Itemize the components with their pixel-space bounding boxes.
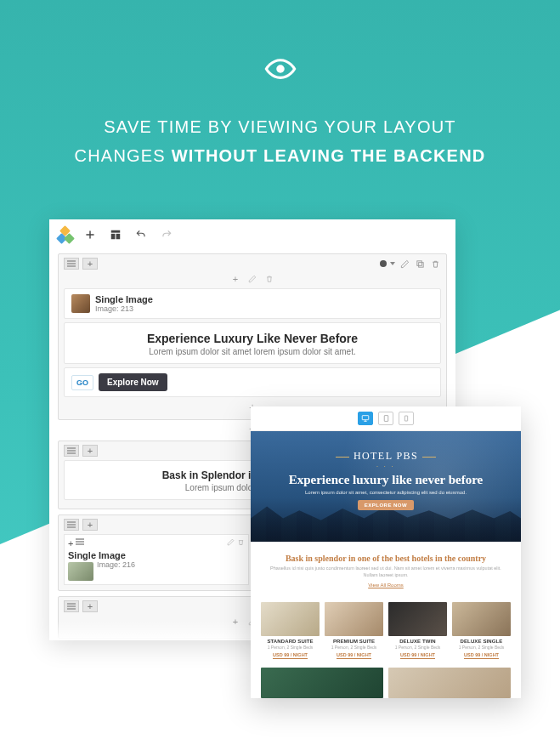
image-element[interactable]: Single Image Image: 213 <box>64 288 441 319</box>
headline-line2a: CHANGES <box>75 146 172 165</box>
svg-rect-7 <box>384 416 388 422</box>
redo-button[interactable] <box>158 226 175 243</box>
eye-icon <box>264 53 297 85</box>
room-price: USD 99 / NIGHT <box>464 652 499 659</box>
room-card[interactable]: PREMIUM SUITE 1 Person, 2 Single Beds US… <box>325 602 383 659</box>
preview-hero: HOTEL PBS · · · Experience luxury like n… <box>251 431 521 542</box>
room-card[interactable]: DELUXE TWIN 1 Person, 2 Single Beds USD … <box>388 602 447 659</box>
col-add-icon[interactable]: + <box>68 538 73 549</box>
edit-icon[interactable] <box>399 258 410 270</box>
tablet-tab[interactable] <box>378 412 393 425</box>
room-sub: 1 Person, 2 Single Beds <box>325 645 383 650</box>
hero-title: Experience luxury like never before <box>251 473 521 487</box>
room-photo <box>452 602 511 636</box>
inner-delete-icon[interactable] <box>263 273 275 285</box>
copy-icon[interactable] <box>414 258 426 270</box>
undo-button[interactable] <box>133 226 150 243</box>
status-dot-icon <box>380 260 387 267</box>
go-badge: GO <box>71 375 93 390</box>
builder-logo-icon <box>58 227 73 242</box>
svg-rect-3 <box>116 234 121 239</box>
svg-point-0 <box>276 65 285 73</box>
col1-thumbnail <box>68 562 93 581</box>
rooms-grid: STANDARD SUITE 1 Person, 2 Single Beds U… <box>251 597 521 662</box>
column-add-button[interactable]: + <box>82 519 98 531</box>
svg-rect-6 <box>362 416 369 420</box>
inner-edit-icon[interactable] <box>246 273 258 285</box>
preview-intro-section: Bask in splendor in one of the best hote… <box>251 542 521 597</box>
svg-rect-5 <box>416 260 421 265</box>
live-preview-panel: HOTEL PBS · · · Experience luxury like n… <box>251 406 521 698</box>
column-add-button[interactable]: + <box>82 600 98 612</box>
column-add-button[interactable]: + <box>82 258 98 270</box>
svg-rect-8 <box>404 416 407 421</box>
drag-handle-icon[interactable] <box>64 445 79 457</box>
image-thumbnail <box>71 294 90 313</box>
col-delete-icon[interactable] <box>237 538 245 549</box>
col-drag-icon[interactable] <box>76 538 84 549</box>
room-price: USD 99 / NIGHT <box>337 652 371 659</box>
col1-title: Single Image <box>68 550 245 560</box>
editor-toolbar <box>49 219 455 248</box>
drag-handle-icon[interactable] <box>64 258 79 270</box>
desktop-tab[interactable] <box>358 412 373 425</box>
room-name: PREMIUM SUITE <box>325 639 383 644</box>
room-card[interactable]: STANDARD SUITE 1 Person, 2 Single Beds U… <box>261 602 320 659</box>
delete-icon[interactable] <box>429 258 441 270</box>
room-name: STANDARD SUITE <box>261 639 320 644</box>
room-name: DELUXE TWIN <box>388 639 447 644</box>
room-sub: 1 Person, 2 Single Beds <box>452 645 511 650</box>
room-photo <box>261 668 383 698</box>
image-element-title: Single Image <box>95 294 153 304</box>
room-sub: 1 Person, 2 Single Beds <box>388 645 447 650</box>
hero-cta-button[interactable]: EXPLORE NOW <box>358 500 414 510</box>
intro-title: Bask in splendor in one of the best hote… <box>263 554 509 563</box>
col1-meta: Image: 216 <box>97 560 135 569</box>
headline-line1: SAVE TIME BY VIEWING YOUR LAYOUT <box>104 117 455 136</box>
heading-text: Experience Luxury Like Never Before <box>71 328 433 347</box>
room-photo <box>325 602 383 636</box>
chevron-down-icon[interactable] <box>390 262 395 265</box>
drag-handle-icon[interactable] <box>64 519 79 531</box>
room-sub: 1 Person, 2 Single Beds <box>261 645 320 650</box>
svg-rect-2 <box>111 234 116 239</box>
room-price: USD 99 / NIGHT <box>273 652 308 659</box>
view-all-rooms-link[interactable]: View All Rooms <box>368 583 404 588</box>
headline-line2b: WITHOUT LEAVING THE BACKEND <box>172 146 486 165</box>
room-photo <box>388 668 511 698</box>
col-edit-icon[interactable] <box>227 538 235 549</box>
column-add-button[interactable]: + <box>82 445 98 457</box>
templates-button[interactable] <box>107 226 124 243</box>
logo-ornament: · · · <box>251 463 521 469</box>
svg-rect-1 <box>111 230 121 233</box>
drag-handle-icon[interactable] <box>64 600 79 612</box>
editor-row-1[interactable]: + + Single Image Image: 213 <box>58 253 447 420</box>
text-heading-element[interactable]: Experience Luxury Like Never Before Lore… <box>64 322 441 364</box>
cta-button[interactable]: Explore Now <box>99 373 167 391</box>
room-price: USD 99 / NIGHT <box>400 652 435 659</box>
intro-subtitle: Phasellus id nisi quis justo condimentum… <box>263 566 509 578</box>
mobile-tab[interactable] <box>399 412 414 425</box>
body-text: Lorem ipsum dolor sit amet lorem ipsum d… <box>71 347 433 358</box>
headline: SAVE TIME BY VIEWING YOUR LAYOUT CHANGES… <box>0 112 560 170</box>
image-element-meta: Image: 213 <box>95 304 153 313</box>
hotel-logo-text: HOTEL PBS <box>251 450 521 463</box>
inner-add-icon[interactable]: + <box>229 273 241 285</box>
room-card[interactable]: DELUXE SINGLE 1 Person, 2 Single Beds US… <box>452 602 511 659</box>
column-1[interactable]: + Single Image Image: 216 <box>64 534 249 585</box>
hero-subtitle: Lorem ipsum dolor sit amet, consectetur … <box>251 490 521 495</box>
preview-device-tabs <box>251 406 521 431</box>
svg-rect-4 <box>418 262 423 267</box>
room-name: DELUXE SINGLE <box>452 639 511 644</box>
rooms-grid-2 <box>251 662 521 698</box>
add-element-button[interactable] <box>82 226 99 243</box>
button-element[interactable]: GO Explore Now <box>64 367 441 397</box>
room-photo <box>388 602 447 636</box>
room-photo <box>261 602 320 636</box>
